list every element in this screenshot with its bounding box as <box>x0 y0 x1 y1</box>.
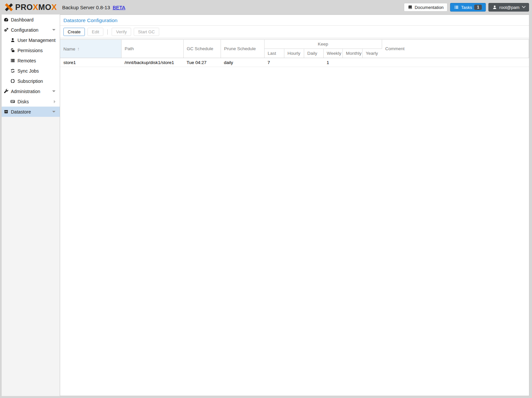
sidebar-item-label: Subscription <box>18 79 43 84</box>
user-icon <box>10 38 15 43</box>
cell-keep-yearly <box>362 58 382 67</box>
gears-icon <box>4 27 9 32</box>
column-header-path[interactable]: Path <box>121 40 183 58</box>
datastore-row-store1[interactable]: store1 /mnt/backup/disk1/store1 Tue 04:2… <box>60 58 529 67</box>
top-bar: PROXMOX Backup Server 0.8-13 BETA Docume… <box>0 0 532 15</box>
column-header-keep-hourly[interactable]: Hourly <box>284 49 304 58</box>
brand-wordmark: PROXMOX <box>15 3 57 12</box>
column-header-keep-yearly[interactable]: Yearly <box>362 49 382 58</box>
product-version-label: Backup Server 0.8-13 <box>62 5 110 10</box>
documentation-label: Documentation <box>415 5 443 10</box>
cell-prune-schedule: daily <box>221 58 264 67</box>
sidebar-item-sync-jobs[interactable]: Sync Jobs <box>2 66 60 76</box>
beta-link[interactable]: BETA <box>113 5 125 10</box>
sidebar-item-configuration[interactable]: Configuration <box>2 25 60 35</box>
sidebar-item-label: Disks <box>18 99 29 104</box>
sidebar-item-label: Remotes <box>18 58 36 63</box>
datastore-grid: Name↑ Path GC Schedule Prune Schedule Ke… <box>60 39 529 67</box>
cell-keep-daily <box>304 58 323 67</box>
user-label: root@pam <box>499 5 519 10</box>
tasks-count-badge: 1 <box>474 5 482 10</box>
column-header-keep-monthly[interactable]: Monthly <box>342 49 362 58</box>
sidebar-item-label: Dashboard <box>11 17 34 22</box>
sidebar-item-dashboard[interactable]: Dashboard <box>2 15 60 25</box>
sidebar-item-permissions[interactable]: Permissions <box>2 45 60 55</box>
sidebar-item-label: Permissions <box>18 48 43 53</box>
remotes-icon <box>10 58 15 63</box>
chevron-down-icon[interactable] <box>52 90 55 92</box>
documentation-button[interactable]: Documentation <box>404 3 447 12</box>
cell-path: /mnt/backup/disk1/store1 <box>121 58 183 67</box>
proxmox-x-icon <box>4 2 14 12</box>
column-group-keep: Keep <box>264 40 382 49</box>
edit-button[interactable]: Edit <box>88 28 103 36</box>
datastore-icon <box>4 109 9 114</box>
cell-comment <box>382 58 529 67</box>
proxmox-logo: PROXMOX <box>4 2 57 12</box>
create-button[interactable]: Create <box>63 28 85 36</box>
column-header-keep-last[interactable]: Last <box>264 49 284 58</box>
column-header-gc-schedule[interactable]: GC Schedule <box>183 40 221 58</box>
sidebar: Dashboard Configuration <box>2 15 60 396</box>
column-header-prune-schedule[interactable]: Prune Schedule <box>221 40 264 58</box>
chevron-down-icon[interactable] <box>52 111 55 113</box>
tasks-button[interactable]: Tasks 1 <box>450 3 486 12</box>
book-icon <box>408 5 412 10</box>
content-area: Dashboard Configuration <box>2 15 529 396</box>
sidebar-item-user-management[interactable]: User Management <box>2 35 60 45</box>
cell-gc-schedule: Tue 04:27 <box>183 58 221 67</box>
sync-icon <box>10 68 15 73</box>
sidebar-item-remotes[interactable]: Remotes <box>2 55 60 66</box>
page-title: Datastore Configuration <box>60 15 529 26</box>
user-menu-button[interactable]: root@pam <box>488 3 529 12</box>
column-header-name[interactable]: Name↑ <box>60 40 121 58</box>
sidebar-menu: Dashboard Configuration <box>2 15 60 117</box>
verify-button[interactable]: Verify <box>112 28 131 36</box>
cell-keep-weekly: 1 <box>323 58 342 67</box>
main-panel: Datastore Configuration Create Edit Veri… <box>60 15 529 396</box>
unlock-icon <box>10 48 15 53</box>
column-header-comment[interactable]: Comment <box>382 40 529 58</box>
cell-keep-last: 7 <box>264 58 284 67</box>
task-list-icon <box>454 5 459 10</box>
cell-keep-monthly <box>342 58 362 67</box>
sidebar-item-label: Datastore <box>11 109 31 115</box>
column-header-keep-weekly[interactable]: Weekly <box>323 49 342 58</box>
chevron-down-icon[interactable] <box>52 29 55 31</box>
tasks-label: Tasks <box>461 5 472 10</box>
sidebar-item-administration[interactable]: Administration <box>2 86 60 96</box>
user-icon <box>492 5 497 10</box>
sort-ascending-icon: ↑ <box>77 46 80 51</box>
dashboard-icon <box>4 17 9 22</box>
chevron-right-icon[interactable] <box>54 100 55 103</box>
lifering-icon <box>10 79 15 83</box>
column-header-keep-daily[interactable]: Daily <box>304 49 323 58</box>
topbar-actions: Documentation Tasks 1 root@pam <box>404 3 529 12</box>
cell-keep-hourly <box>284 58 304 67</box>
sidebar-item-label: Sync Jobs <box>18 68 39 74</box>
chevron-down-icon <box>522 5 525 8</box>
hard-disk-icon <box>10 99 15 104</box>
sidebar-item-datastore[interactable]: Datastore <box>2 107 60 117</box>
start-gc-button[interactable]: Start GC <box>134 28 159 36</box>
toolbar-separator <box>107 29 108 35</box>
toolbar: Create Edit Verify Start GC <box>60 26 529 38</box>
sidebar-item-label: Administration <box>11 89 40 94</box>
sidebar-item-subscription[interactable]: Subscription <box>2 76 60 86</box>
proxmox-backup-server-page: PROXMOX Backup Server 0.8-13 BETA Docume… <box>0 0 532 398</box>
sidebar-item-disks[interactable]: Disks <box>2 96 60 107</box>
cell-name: store1 <box>60 58 121 67</box>
wrench-icon <box>4 89 9 94</box>
sidebar-item-label: User Management <box>18 38 55 43</box>
sidebar-item-label: Configuration <box>11 27 38 33</box>
